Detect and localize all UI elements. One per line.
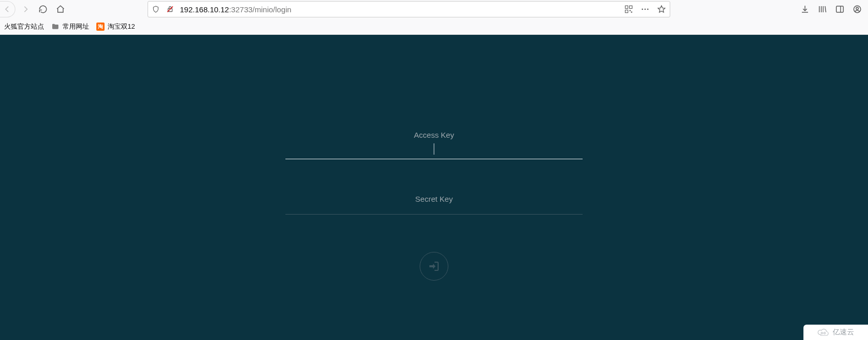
downloads-icon[interactable] — [799, 4, 811, 15]
svg-rect-4 — [625, 10, 628, 13]
browser-toolbar: 192.168.10.12:32733/minio/login — [0, 0, 868, 18]
insecure-lock-icon[interactable] — [166, 5, 175, 14]
svg-rect-2 — [625, 6, 628, 8]
url-text: 192.168.10.12:32733/minio/login — [180, 5, 618, 14]
watermark-badge: 亿速云 — [803, 325, 868, 340]
shield-icon[interactable] — [151, 5, 160, 14]
home-icon — [56, 5, 65, 14]
account-icon[interactable] — [852, 4, 863, 15]
svg-point-7 — [642, 9, 643, 10]
back-button-wrap — [0, 1, 15, 17]
forward-icon — [21, 5, 30, 14]
bookmark-label: 常用网址 — [63, 22, 89, 31]
watermark-text: 亿速云 — [833, 328, 854, 337]
qr-icon[interactable] — [624, 4, 634, 14]
login-form: Access Key Secret Key — [285, 132, 583, 281]
svg-rect-5 — [630, 10, 631, 11]
bookmark-firefox-official[interactable]: 火狐官方站点 — [4, 22, 44, 31]
forward-button[interactable] — [18, 2, 33, 16]
login-button[interactable] — [420, 252, 448, 281]
toolbar-right — [799, 4, 865, 15]
reload-icon — [38, 5, 48, 14]
svg-point-14 — [821, 332, 822, 334]
access-key-field-wrap: Access Key — [285, 132, 583, 159]
svg-rect-3 — [630, 6, 632, 8]
bookmark-label: 火狐官方站点 — [4, 22, 44, 31]
address-actions — [624, 4, 667, 14]
cloud-icon — [817, 328, 830, 336]
bookmark-star-icon[interactable] — [656, 4, 667, 14]
library-icon[interactable] — [817, 4, 828, 15]
secret-key-input[interactable] — [285, 187, 583, 214]
secret-key-field-wrap: Secret Key — [285, 187, 583, 215]
taobao-icon: 淘 — [96, 23, 105, 31]
url-path: :32733/minio/login — [229, 5, 292, 14]
svg-rect-10 — [836, 6, 843, 12]
address-bar[interactable]: 192.168.10.12:32733/minio/login — [148, 1, 670, 17]
back-button[interactable] — [0, 2, 14, 16]
url-host: 192.168.10.12 — [180, 5, 229, 14]
svg-point-8 — [645, 9, 646, 10]
bookmark-common-urls[interactable]: 常用网址 — [51, 22, 89, 31]
reload-button[interactable] — [36, 2, 50, 16]
svg-rect-6 — [631, 12, 632, 13]
svg-point-15 — [824, 332, 825, 334]
sidebar-icon[interactable] — [834, 4, 845, 15]
svg-point-13 — [856, 7, 859, 10]
folder-icon — [51, 23, 59, 31]
page-actions-icon[interactable] — [640, 4, 650, 14]
bookmarks-bar: 火狐官方站点 常用网址 淘 淘宝双12 — [0, 18, 868, 35]
page-content: Access Key Secret Key 亿速云 — [0, 35, 868, 340]
home-button[interactable] — [53, 2, 68, 16]
bookmark-label: 淘宝双12 — [108, 22, 135, 31]
text-cursor — [434, 143, 435, 155]
enter-icon — [428, 260, 440, 272]
svg-point-9 — [647, 9, 649, 10]
back-icon — [3, 5, 12, 14]
bookmark-taobao[interactable]: 淘 淘宝双12 — [96, 22, 135, 31]
